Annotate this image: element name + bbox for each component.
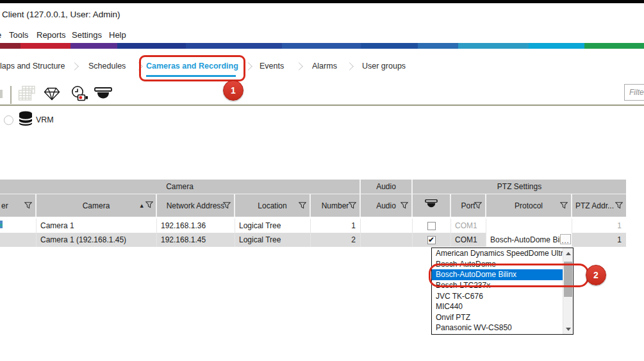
dropdown-item[interactable]: Bosch-AutoDome [432,259,563,270]
menu-item-tools[interactable]: Tools [9,30,28,42]
column-label: er [1,201,8,210]
column-header-number[interactable]: Number [311,194,361,217]
filter-funnel-icon[interactable] [299,202,306,211]
annotation-badge-2: 2 [586,265,606,285]
dropdown-item[interactable]: Bosch-LTC237x [432,280,563,291]
menu-item-help[interactable]: Help [109,30,126,42]
scrollbar-thumb[interactable] [564,262,572,297]
ptz-address-cell[interactable]: 1 [572,219,626,233]
location-cell: Logical Tree [235,219,311,233]
scroll-up-button[interactable] [563,249,573,258]
table-row[interactable]: Camera 1 192.168.1.36 Logical Tree 1 COM… [0,219,626,233]
clipped-device-icon [0,221,3,228]
chevron-right-icon [244,62,252,71]
dropdown-item-selected[interactable]: Bosch-AutoDome Bilinx [432,269,563,280]
column-label: Audio [376,201,396,210]
column-label: Protocol [515,201,543,210]
camera-name-cell[interactable]: Camera 1 [37,219,157,233]
table-row-selected[interactable]: Camera 1 (192.168.1.45) 192.168.1.45 Log… [0,233,626,247]
location-cell: Logical Tree [235,233,311,247]
port-cell[interactable]: COM1 [451,219,486,233]
ptz-checkbox-unchecked[interactable] [427,222,436,230]
dropdown-scrollbar[interactable] [563,248,573,334]
dropdown-item[interactable]: JVC TK-C676 [432,290,563,301]
scroll-down-button[interactable] [563,324,573,333]
tab-alarms[interactable]: Alarms [312,62,337,73]
menu-item-reports[interactable]: Reports [37,30,66,42]
dropdown-item[interactable]: American Dynamics SpeedDome Ultra [432,248,563,259]
number-cell[interactable]: 1 [311,219,361,233]
column-header-location[interactable]: Location [235,194,311,217]
column-header-protocol[interactable]: Protocol [486,194,572,217]
column-label: PTZ Addr... [575,201,614,210]
menu-item-clipped[interactable]: e [0,30,3,42]
diamond-icon[interactable] [44,87,60,103]
column-header-audio[interactable]: Audio [361,194,413,217]
column-header-camera[interactable]: Camera ▲ [37,194,157,217]
column-header-ptz-enable[interactable] [413,194,451,217]
filter-funnel-icon[interactable] [474,202,482,211]
ptz-enable-cell[interactable] [413,233,451,247]
filter-input[interactable] [624,84,644,101]
protocol-cell-editing[interactable]: Bosch-AutoDome Bil... ... [486,233,572,247]
column-header-network-address[interactable]: Network Address [157,194,235,217]
network-address-cell: 192.168.1.45 [157,233,235,247]
filter-funnel-icon[interactable] [24,202,32,211]
vrm-label: VRM [36,115,54,124]
number-cell[interactable]: 2 [311,233,361,247]
chevron-right-icon [70,62,79,71]
dropdown-item[interactable]: Onvif PTZ [432,312,563,323]
dome-camera-icon [424,199,438,212]
annotation-badge-1: 1 [223,80,244,101]
filter-funnel-icon[interactable] [223,202,231,211]
dropdown-item[interactable]: MIC440 [432,301,563,312]
ellipsis-button[interactable]: ... [560,234,571,244]
dome-camera-icon[interactable] [94,87,112,105]
vrm-radio-button[interactable] [4,115,13,125]
camera-name-cell[interactable]: Camera 1 (192.168.1.45) [37,233,157,247]
filter-funnel-icon[interactable] [145,201,153,210]
filter-funnel-icon[interactable] [615,202,623,211]
active-tab-underline [146,75,236,77]
tab-cameras-and-recording[interactable]: Cameras and Recording [146,62,238,73]
column-header-port[interactable]: Port [451,194,486,217]
tab-schedules[interactable]: Schedules [88,62,126,73]
tab-events[interactable]: Events [260,62,284,73]
toolbar-divider [10,86,12,104]
window-top-strip [0,0,644,3]
chevron-right-icon [135,62,143,71]
tab-maps-and-structure[interactable]: laps and Structure [0,62,65,73]
database-icon [18,110,33,130]
column-label: Number [322,201,349,210]
network-address-cell: 192.168.1.36 [157,219,235,233]
port-cell[interactable]: COM1 [451,233,486,247]
filter-funnel-icon[interactable] [349,202,356,211]
chevron-right-icon [345,62,354,71]
audio-cell[interactable] [361,219,413,233]
scheduled-recording-icon[interactable] [70,85,88,106]
ptz-checkbox-checked[interactable] [427,236,436,244]
chevron-right-icon [295,62,303,71]
clipped-toolbar-icon [0,90,3,98]
filter-funnel-icon[interactable] [400,202,408,211]
column-label: Port [461,201,475,210]
column-header-ptz-address[interactable]: PTZ Addr... [572,194,626,217]
menu-item-settings[interactable]: Settings [72,30,102,42]
table-column-header-row: er Camera ▲ Network Address Location Num… [0,194,626,217]
window-title: Client (127.0.0.1, User: Admin) [2,10,120,19]
dropdown-item[interactable]: Panasonic WV-CS850 [432,323,563,333]
filter-funnel-icon[interactable] [560,202,568,211]
protocol-dropdown-list: American Dynamics SpeedDome Ultra Bosch-… [431,248,574,335]
ptz-address-cell[interactable]: 1 [572,233,626,247]
ptz-enable-cell[interactable] [413,219,451,233]
group-header-camera: Camera [0,180,361,194]
brand-gradient-bar [0,43,644,49]
sort-ascending-icon: ▲ [140,204,144,208]
protocol-cell[interactable] [486,219,572,233]
tab-user-groups[interactable]: User groups [362,62,406,73]
audio-cell[interactable] [361,233,413,247]
table-copy-icon[interactable] [18,85,36,105]
encoder-cell [0,233,37,247]
column-label: Camera [83,201,110,210]
column-header-encoder[interactable]: er [0,194,37,217]
